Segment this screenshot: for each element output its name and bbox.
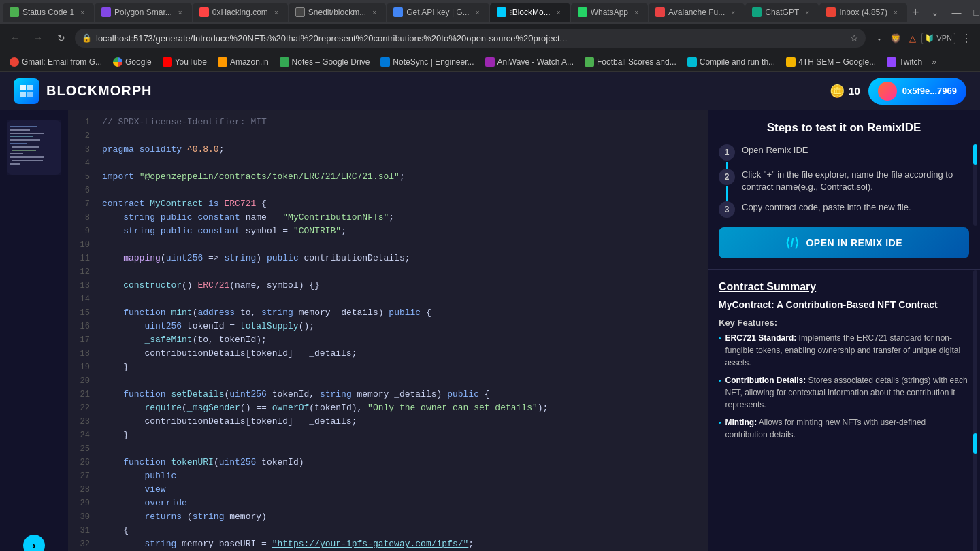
bookmark-label-google: Google [125,57,152,67]
tab-blockmo[interactable]: ⁝BlockMo... × [490,3,570,22]
code-line-7: contract MyContract is ERC721 { [102,197,708,211]
extensions-icon[interactable]: ⬩ [874,32,885,45]
line-numbers: 12345 678910 1112131415 1617181920 21222… [68,110,95,551]
bullet-contribution: • Contribution Details: Stores associate… [719,374,969,411]
summary-title: Contract Summary [719,281,969,293]
tab-close-getapi[interactable]: × [473,7,483,17]
tab-avalanche[interactable]: Avalanche Fu... × [649,3,745,22]
more-bookmarks-button[interactable]: » [929,56,939,68]
bookmark-label-amazon: Amazon.in [230,57,269,67]
bookmark-favicon-google [113,57,122,67]
tab-whatsapp[interactable]: WhatsApp × [571,3,648,22]
tab-close-snedit[interactable]: × [370,7,379,17]
summary-contract-name: MyContract: A Contribution-Based NFT Con… [719,299,969,312]
nav-icons: ⬩ 🦁 △ 🔰 VPN ⋮ [874,31,975,46]
bookmark-favicon-notes-drive [280,57,289,67]
bookmark-4thsem[interactable]: 4TH SEM – Google... [782,56,880,68]
code-line-30: returns (string memory) [102,510,708,524]
new-tab-button[interactable]: + [908,5,924,20]
summary-scrollbar-track[interactable] [973,270,977,551]
minimize-button[interactable]: — [947,7,965,18]
svg-rect-7 [10,133,44,134]
code-line-29: override [102,497,708,510]
tab-snedit[interactable]: Snedit/blockm... × [289,3,386,22]
code-line-16: uint256 tokenId = totalSupply(); [102,320,708,333]
tab-close-polygon[interactable]: × [176,7,185,17]
tab-favicon-0xhacking [199,7,209,17]
bookmark-notesync[interactable]: NoteSync | Engineer... [376,56,478,68]
wallet-button[interactable]: 0x5f9e...7969 [868,78,966,105]
bookmark-label-notes-drive: Notes – Google Drive [292,57,370,67]
forward-button[interactable]: → [29,29,48,48]
code-line-22: require(_msgSender() == ownerOf(tokenId)… [102,401,708,415]
browser-chrome: Status Code 1 × Polygon Smar... × 0xHack… [0,0,980,72]
vpn-icon[interactable]: 🔰 VPN [921,33,956,44]
svg-rect-11 [12,146,39,148]
tab-close-chatgpt[interactable]: × [802,7,812,17]
code-line-4 [102,156,708,170]
tab-list-button[interactable]: ⌄ [927,7,943,18]
bookmark-twitch[interactable]: Twitch [883,56,926,68]
svg-rect-10 [10,143,27,144]
step-text-1: Open Remix IDE [742,144,969,156]
menu-icon[interactable]: ⋮ [958,31,975,46]
bookmark-star-icon[interactable]: ☆ [850,33,859,44]
tab-label-inbox: Inbox (4,857) [839,7,887,17]
tab-label-polygon: Polygon Smar... [114,7,172,17]
bookmark-aniwave[interactable]: AniWave - Watch A... [481,56,578,68]
address-bar[interactable]: 🔒 localhost:5173/generate/Introduce%20NF… [75,29,866,48]
bookmark-google[interactable]: Google [109,56,156,68]
bookmark-amazon[interactable]: Amazon.in [214,56,273,68]
code-editor[interactable]: 12345 678910 1112131415 1617181920 21222… [68,110,708,551]
right-panel: Steps to test it on RemixIDE 1 Open Remi… [708,110,980,551]
maximize-button[interactable]: □ [969,7,980,18]
code-area-wrapper: 12345 678910 1112131415 1617181920 21222… [68,110,708,551]
bookmarks-bar: Gmail: Email from G... Google YouTube Am… [0,52,980,72]
bullet-text-1: ERC721 Standard: Implements the ERC721 s… [725,332,969,369]
bookmark-favicon-4thsem [786,57,796,67]
bookmark-label-notesync: NoteSync | Engineer... [393,57,474,67]
tab-inbox[interactable]: Inbox (4,857) × [819,3,907,22]
tab-close-inbox[interactable]: × [891,7,900,17]
address-text[interactable]: localhost:5173/generate/Introduce%20NFTs… [96,33,843,44]
steps-scrollbar-track[interactable] [973,144,977,226]
bookmark-gmail[interactable]: Gmail: Email from G... [5,56,106,68]
sidebar-expand-button[interactable]: › [23,535,45,551]
tab-label-chatgpt: ChatGPT [765,7,799,17]
tab-label-0xhacking: 0xHacking.com [212,7,268,17]
step-item-3: 3 Copy contract code, paste into the new… [719,201,969,218]
refresh-button[interactable]: ↻ [52,29,71,48]
code-line-3: pragma solidity ^0.8.0; [102,143,708,156]
tab-polygon[interactable]: Polygon Smar... × [95,3,192,22]
tab-getapi[interactable]: Get API key | G... × [387,3,489,22]
app-header: BLOCKMORPH 🪙 10 0x5f9e...7969 [0,72,980,110]
svg-rect-8 [10,136,33,137]
tab-status-code[interactable]: Status Code 1 × [3,3,94,22]
bookmark-favicon-gmail [10,57,19,67]
bookmark-youtube[interactable]: YouTube [159,56,211,68]
tab-close-whatsapp[interactable]: × [632,7,641,17]
tab-0xhacking[interactable]: 0xHacking.com × [193,3,288,22]
tab-close-status-code[interactable]: × [78,7,87,17]
code-line-9: string public constant symbol = "CONTRIB… [102,224,708,238]
bookmark-football[interactable]: Football Scores and... [581,56,681,68]
code-line-19: } [102,361,708,374]
step-text-2: Click "+" in the file explorer, name the… [742,169,969,193]
tab-chatgpt[interactable]: ChatGPT × [745,3,819,22]
brave-rewards-icon[interactable]: △ [906,32,919,45]
steps-title: Steps to test it on RemixIDE [719,121,969,135]
contract-summary: Contract Summary MyContract: A Contribut… [708,270,980,551]
bookmark-notes-drive[interactable]: Notes – Google Drive [276,56,374,68]
tab-close-0xhacking[interactable]: × [272,7,281,17]
remix-ide-button[interactable]: ⟨/⟩ OPEN IN REMIX IDE [719,227,969,258]
svg-rect-5 [10,126,37,127]
tab-close-avalanche[interactable]: × [728,7,738,17]
bookmark-compile[interactable]: Compile and run th... [683,56,779,68]
tab-close-blockmo[interactable]: × [554,7,564,17]
logo-area: BLOCKMORPH [14,78,152,104]
bullet-minting: • Minting: Allows for minting new NFTs w… [719,416,969,441]
back-button[interactable]: ← [5,29,24,48]
svg-rect-12 [12,150,36,151]
brave-shield-icon[interactable]: 🦁 [887,32,904,45]
step-item-2: 2 Click "+" in the file explorer, name t… [719,169,969,193]
